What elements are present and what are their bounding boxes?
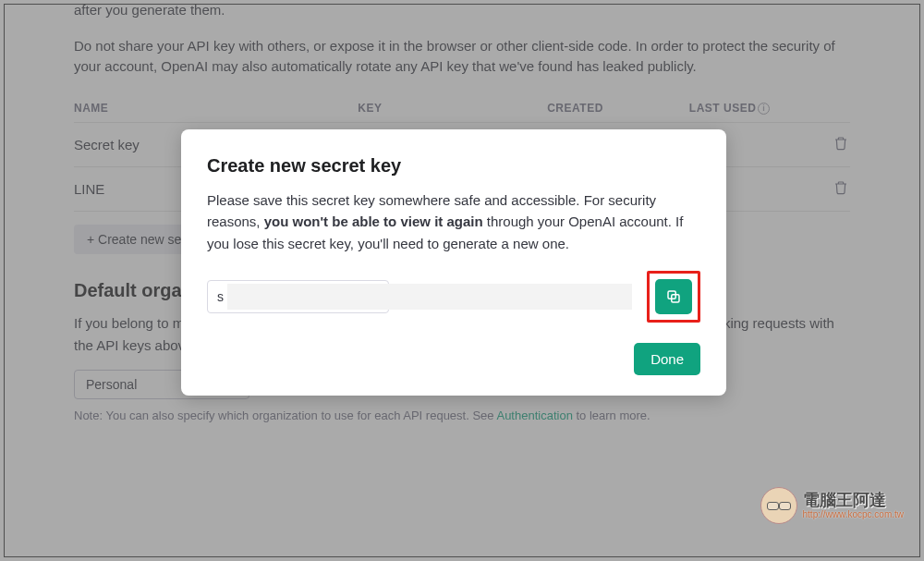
copy-key-button[interactable] (655, 279, 692, 314)
watermark-avatar (760, 487, 797, 524)
secret-key-field[interactable] (207, 280, 389, 313)
highlight-box (647, 271, 700, 323)
watermark: 電腦王阿達 http://www.kocpc.com.tw (760, 487, 904, 524)
done-button[interactable]: Done (634, 343, 700, 375)
copy-icon (665, 288, 682, 305)
modal-body: Please save this secret key somewhere sa… (207, 189, 700, 254)
watermark-title: 電腦王阿達 (803, 492, 904, 510)
watermark-url: http://www.kocpc.com.tw (803, 509, 904, 519)
modal-title: Create new secret key (207, 155, 700, 177)
create-key-modal: Create new secret key Please save this s… (181, 129, 726, 396)
